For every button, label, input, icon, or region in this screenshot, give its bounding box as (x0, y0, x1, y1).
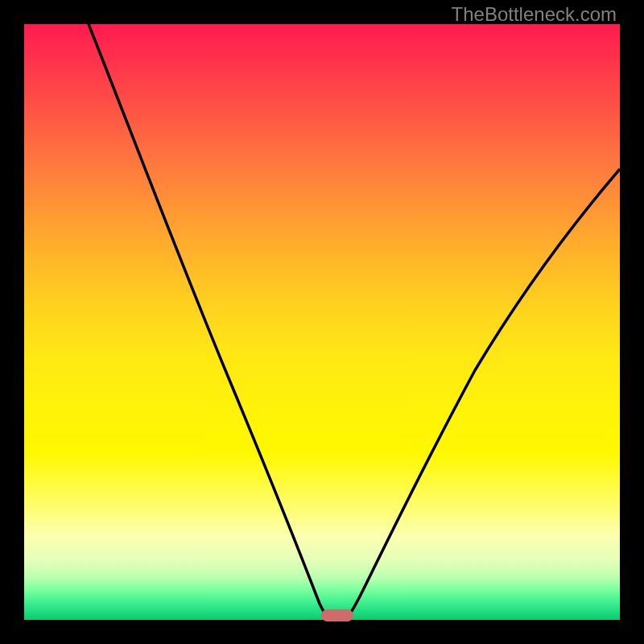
curve-overlay (24, 24, 620, 620)
bottleneck-curve-right (347, 169, 620, 617)
watermark-text: TheBottleneck.com (452, 3, 617, 26)
bottleneck-curve-left (89, 24, 328, 617)
optimal-match-marker (321, 609, 353, 621)
